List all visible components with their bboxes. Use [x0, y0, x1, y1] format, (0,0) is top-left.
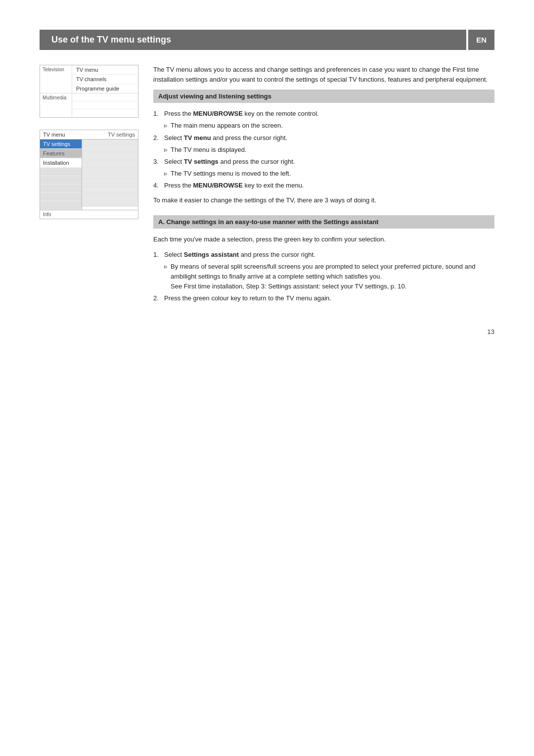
section-a-step-2: 2. Press the green colour key to return …	[153, 293, 494, 303]
step-3-arrow: ▹	[164, 169, 168, 179]
section-a-heading-text: A. Change settings in an easy-to-use man…	[158, 218, 379, 226]
language-badge: EN	[468, 30, 494, 50]
page-title: Use of the TV menu settings	[40, 30, 466, 50]
menu-item-tv-menu: TV menu	[72, 65, 138, 75]
section-a-step-1: 1. Select Settings assistant and press t…	[153, 250, 494, 260]
menu2-footer-info: Info	[40, 210, 138, 219]
menu-item-empty-2	[72, 101, 138, 109]
menu-category-television: Television	[40, 65, 72, 93]
step-4: 4. Press the MENU/BROWSE key to exit the…	[153, 181, 494, 190]
menu-item-empty-3	[72, 109, 138, 117]
menu-category-multimedia: Multimedia	[40, 94, 72, 117]
step-2: 2. Select TV menu and press the cursor r…	[153, 133, 494, 143]
step-1-sub: ▹ The main menu appears on the screen.	[164, 121, 494, 131]
content-area: Television TV menu TV channels Programme…	[40, 65, 494, 308]
right-column: The TV menu allows you to access and cha…	[153, 65, 494, 308]
menu2-item-empty-1	[40, 168, 82, 176]
step-1-num: 1.	[153, 109, 161, 119]
step-4-text: Press the MENU/BROWSE key to exit the me…	[164, 181, 304, 190]
section-a-step-2-text: Press the green colour key to return to …	[164, 293, 331, 303]
intro-paragraph: The TV menu allows you to access and cha…	[153, 65, 494, 85]
menu2-body: TV settings Features Installation	[40, 140, 138, 210]
menu-items-television: TV menu TV channels Programme guide	[72, 65, 138, 93]
menu2-item-installation: Installation	[40, 158, 82, 168]
section-a-step-1-sub: ▹ By means of several split screens/full…	[164, 262, 494, 291]
menu2-item-empty-5	[40, 201, 82, 210]
step-1-sub-text: The main menu appears on the screen.	[171, 121, 283, 131]
menu2-right	[82, 140, 138, 210]
step-2-text: Select TV menu and press the cursor righ…	[164, 133, 287, 143]
section-a-step-2-num: 2.	[153, 293, 161, 303]
menu2-item-empty-3	[40, 185, 82, 193]
menu2-item-tv-settings: TV settings	[40, 140, 82, 149]
menu2-right-row-5	[82, 173, 138, 182]
step-3-sub: ▹ The TV settings menu is moved to the l…	[164, 169, 494, 179]
step-2-sub-text: The TV menu is displayed.	[171, 145, 247, 155]
step-3-text: Select TV settings and press the cursor …	[164, 157, 295, 167]
step-2-sub: ▹ The TV menu is displayed.	[164, 145, 494, 155]
menu-item-tv-channels: TV channels	[72, 75, 138, 84]
step-3-num: 3.	[153, 157, 161, 167]
menu-items-multimedia	[72, 94, 138, 117]
section-a-steps: 1. Select Settings assistant and press t…	[153, 250, 494, 304]
menu2-item-empty-2	[40, 176, 82, 185]
menu2-right-row-1	[82, 140, 138, 148]
section-a-step-1-text: Select Settings assistant and press the …	[164, 250, 315, 260]
menu2-header-left: TV menu	[40, 130, 105, 139]
menu-item-empty-1	[72, 94, 138, 101]
left-column: Television TV menu TV channels Programme…	[40, 65, 138, 308]
menu2-right-row-2	[82, 148, 138, 156]
section1-heading: Adjust viewing and listening settings	[153, 90, 494, 103]
step-1: 1. Press the MENU/BROWSE key on the remo…	[153, 109, 494, 119]
step-3-sub-text: The TV settings menu is moved to the lef…	[171, 169, 291, 179]
menu2-right-row-4	[82, 165, 138, 173]
step-3: 3. Select TV settings and press the curs…	[153, 157, 494, 167]
section-a-heading: A. Change settings in an easy-to-use man…	[153, 215, 494, 229]
step-2-arrow: ▹	[164, 145, 168, 155]
menu2-item-empty-4	[40, 193, 82, 201]
menu2-left: TV settings Features Installation	[40, 140, 82, 210]
section-a-sub-1-text: By means of several split screens/full s…	[171, 262, 494, 291]
menu2-right-row-6	[82, 182, 138, 190]
menu-row-television: Television TV menu TV channels Programme…	[40, 65, 138, 94]
section1-footer: To make it easier to change the settings…	[153, 195, 494, 205]
menu-item-programme-guide: Programme guide	[72, 84, 138, 93]
menu2-right-row-3	[82, 156, 138, 165]
menu2-right-row-7	[82, 190, 138, 198]
step-1-text: Press the MENU/BROWSE key on the remote …	[164, 109, 319, 119]
menu-diagram-2: TV menu TV settings TV settings Features…	[40, 130, 138, 219]
step-4-num: 4.	[153, 181, 161, 190]
menu2-item-features: Features	[40, 149, 82, 158]
section-a-step-1-num: 1.	[153, 250, 161, 260]
menu-diagram-1: Television TV menu TV channels Programme…	[40, 65, 138, 118]
step-2-num: 2.	[153, 133, 161, 143]
menu-row-multimedia: Multimedia	[40, 94, 138, 117]
section-a-intro: Each time you've made a selection, press…	[153, 235, 494, 244]
page-number: 13	[40, 328, 494, 335]
section1-steps: 1. Press the MENU/BROWSE key on the remo…	[153, 109, 494, 190]
step-1-arrow: ▹	[164, 121, 168, 131]
menu2-right-row-8	[82, 198, 138, 207]
menu2-header-right: TV settings	[105, 130, 138, 139]
menu2-header: TV menu TV settings	[40, 130, 138, 140]
page-header: Use of the TV menu settings EN	[40, 30, 494, 50]
section-a-arrow-1: ▹	[164, 262, 168, 291]
